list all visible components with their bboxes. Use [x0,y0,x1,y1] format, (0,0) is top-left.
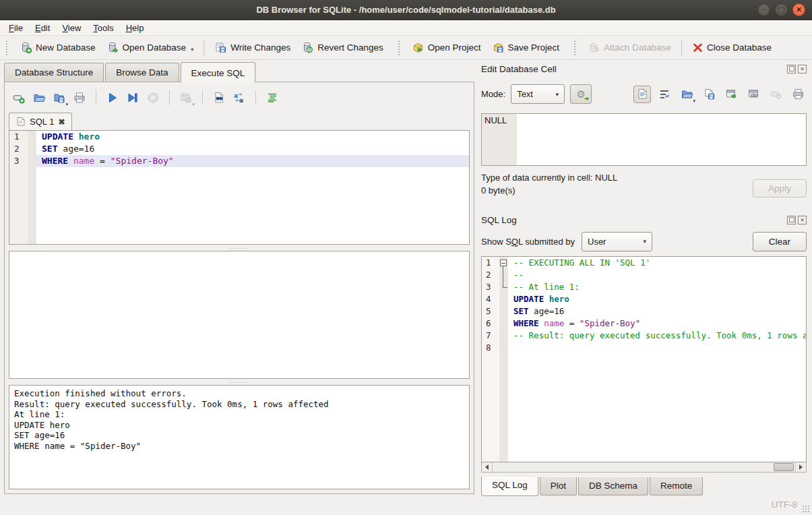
toolbar-separator [681,40,682,55]
code-line[interactable]: 2-- [482,269,806,281]
attach-database-button: Attach Database [582,38,677,57]
sql-file-icon [16,117,26,127]
code-line[interactable]: 4UPDATE hero [482,293,806,305]
save-sql-dropdown-icon[interactable]: ▾ [65,102,68,107]
svg-text:a: a [234,92,238,99]
close-panel-icon[interactable]: ✕ [798,65,807,73]
sql-toolbar-separator [202,90,203,105]
results-messages-splitter[interactable]: ······ [9,379,470,385]
code-line[interactable]: 1UPDATE hero [9,131,469,143]
code-line[interactable]: 6WHERE name = "Spider-Boy" [482,317,806,330]
menu-edit[interactable]: Edit [29,21,56,35]
new-sql-tab-button[interactable] [10,89,28,107]
menu-help[interactable]: Help [120,21,150,35]
line-number: 2 [482,269,499,281]
sql-editor[interactable]: 1UPDATE hero2SET age=163WHERE name = "Sp… [9,130,470,245]
toolbar-grip[interactable] [398,40,403,55]
sql-log-filter-select[interactable]: User ▾ [582,232,652,251]
sql-log-hscrollbar[interactable] [481,462,807,473]
replace-in-sql-button[interactable]: aa [230,89,248,107]
sql-toolbar-separator [169,90,170,105]
write-changes-icon [214,41,227,54]
float-panel-icon[interactable] [787,216,796,224]
import-dropdown-icon[interactable]: ▾ [693,98,695,104]
tab-plot[interactable]: Plot [540,477,577,495]
stop-execution-button [144,89,162,107]
menu-view[interactable]: View [56,21,87,35]
titlebar[interactable]: DB Browser for SQLite - /home/user/code/… [0,0,812,20]
execute-all-button[interactable] [104,89,121,107]
auto-format-button[interactable]: ⚙ ➜ [570,84,592,104]
execute-line-button[interactable] [124,89,142,107]
resize-grip[interactable] [802,505,810,513]
app-window: DB Browser for SQLite - /home/user/code/… [0,0,812,515]
save-results-button: ▾ [177,89,195,107]
toolbar-grip[interactable] [574,40,579,55]
fold-marker-icon[interactable] [499,257,508,269]
print-sql-button[interactable] [71,89,88,107]
hscrollbar-thumb[interactable] [774,463,794,471]
open-database-label: Open Database [123,42,187,53]
cell-type-info: Type of data currently in cell: NULL [481,173,617,183]
tab-browse-data[interactable]: Browse Data [105,63,179,82]
line-number: 3 [9,155,28,167]
revert-changes-button[interactable]: Revert Changes [296,38,389,57]
code-text: -- [508,269,806,281]
tab-db-schema[interactable]: DB Schema [578,477,648,495]
close-button[interactable]: ✕ [792,3,805,16]
code-line[interactable]: 3-- At line 1: [482,281,806,293]
mode-select[interactable]: Text ▾ [511,84,565,104]
tab-remote[interactable]: Remote [650,477,703,495]
print-cell-button[interactable] [789,86,807,103]
close-database-button[interactable]: Close Database [687,39,777,56]
menu-file[interactable]: File [3,21,29,35]
word-wrap-icon-button[interactable] [656,86,673,103]
chevron-down-icon: ▾ [556,91,559,98]
text-mode-icon-button[interactable] [633,86,651,103]
format-sql-button[interactable] [263,89,281,107]
tab-database-structure[interactable]: Database Structure [4,63,104,82]
scroll-right-arrow[interactable] [795,462,806,472]
minimize-button[interactable]: − [757,3,770,16]
revert-changes-icon [301,41,314,54]
menu-tools[interactable]: Tools [87,21,119,35]
splitter-handle-dots: ······ [229,247,249,249]
chevron-down-icon: ▾ [643,238,646,245]
code-line[interactable]: 7-- Result: query executed successfully.… [482,330,806,342]
clear-log-button[interactable]: Clear [753,232,807,251]
float-panel-icon[interactable] [787,65,796,73]
code-line[interactable]: 2SET age=16 [9,143,469,155]
close-panel-icon[interactable]: ✕ [798,216,807,224]
line-number: 7 [482,330,499,342]
export-cell-data-button[interactable] [700,86,718,103]
sql-log-view[interactable]: 1-- EXECUTING ALL IN 'SQL 1'2--3-- At li… [481,256,807,462]
open-sql-file-button[interactable] [30,89,48,107]
code-line[interactable]: 3WHERE name = "Spider-Boy" [9,155,469,167]
maximize-button[interactable]: ▢ [775,3,788,16]
save-project-button[interactable]: Save Project [487,38,565,57]
editor-results-splitter[interactable]: ······ [9,245,470,251]
tab-sql-log[interactable]: SQL Log [481,477,538,496]
tab-execute-sql[interactable]: Execute SQL [181,62,256,82]
scroll-left-arrow[interactable] [482,462,493,472]
cell-value-editor[interactable]: NULL [481,113,807,166]
open-project-button[interactable]: Open Project [406,38,487,57]
new-database-button[interactable]: New Database [14,38,101,57]
code-line[interactable]: 8 [482,342,806,354]
save-sql-file-button[interactable]: ▾ [51,89,68,107]
open-database-button[interactable]: Open Database ▾ [101,38,199,57]
execution-messages-pane[interactable]: Execution finished without errors. Resul… [9,385,470,489]
open-in-external-app-button[interactable] [722,86,740,103]
copy-link-button[interactable] [745,86,762,103]
code-line[interactable]: 1-- EXECUTING ALL IN 'SQL 1' [482,257,806,269]
open-database-dropdown-icon[interactable]: ▾ [191,47,193,54]
toolbar-grip[interactable] [6,40,11,55]
code-line[interactable]: 5SET age=16 [482,305,806,317]
import-cell-data-button[interactable]: ▾ [678,86,695,103]
results-pane[interactable] [9,251,470,379]
sql-doc-tab[interactable]: SQL 1 ✖ [9,113,72,130]
sql-doc-tabbar: SQL 1 ✖ [9,111,470,130]
sql-doc-tab-close-icon[interactable]: ✖ [58,117,65,127]
write-changes-button[interactable]: Write Changes [209,38,296,57]
find-in-sql-button[interactable] [210,89,228,107]
